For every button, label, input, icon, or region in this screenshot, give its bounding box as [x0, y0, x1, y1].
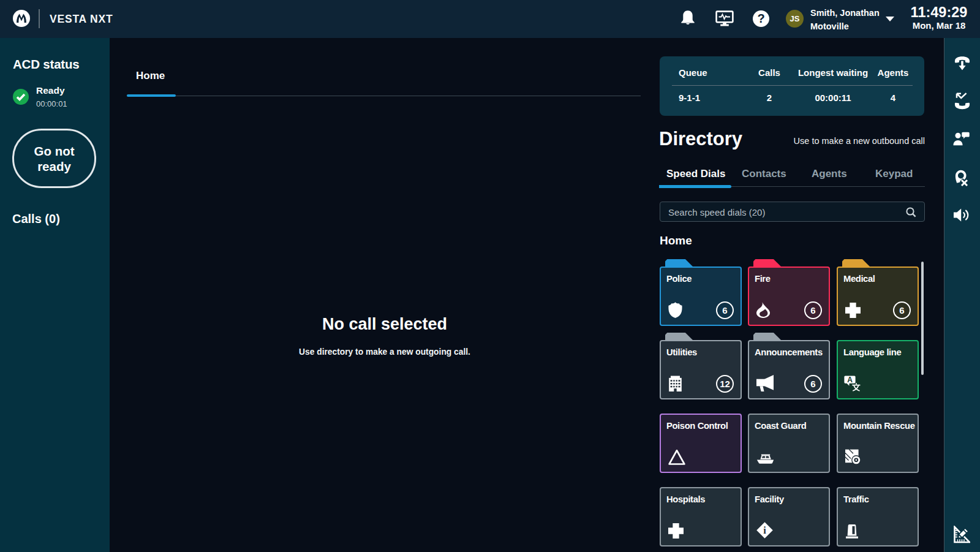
svg-text:i: i — [763, 525, 766, 536]
svg-text:A: A — [847, 376, 853, 384]
